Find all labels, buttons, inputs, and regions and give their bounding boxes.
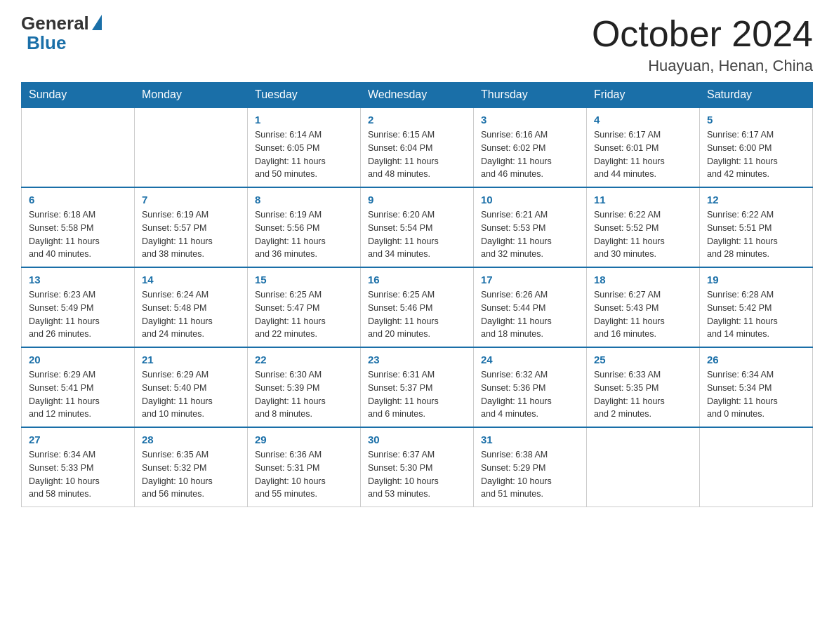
- calendar-cell: 8Sunrise: 6:19 AMSunset: 5:56 PMDaylight…: [248, 187, 361, 267]
- calendar-cell: 13Sunrise: 6:23 AMSunset: 5:49 PMDayligh…: [22, 267, 135, 347]
- calendar-cell: 17Sunrise: 6:26 AMSunset: 5:44 PMDayligh…: [474, 267, 587, 347]
- day-number: 26: [707, 354, 805, 365]
- calendar-cell: 15Sunrise: 6:25 AMSunset: 5:47 PMDayligh…: [248, 267, 361, 347]
- calendar-cell: 11Sunrise: 6:22 AMSunset: 5:52 PMDayligh…: [587, 187, 700, 267]
- weekday-header-row: SundayMondayTuesdayWednesdayThursdayFrid…: [22, 83, 813, 108]
- day-info: Sunrise: 6:19 AMSunset: 5:57 PMDaylight:…: [142, 208, 240, 261]
- day-info: Sunrise: 6:22 AMSunset: 5:52 PMDaylight:…: [594, 208, 692, 261]
- day-info: Sunrise: 6:17 AMSunset: 6:01 PMDaylight:…: [594, 128, 692, 181]
- day-number: 27: [29, 434, 127, 445]
- day-info: Sunrise: 6:18 AMSunset: 5:58 PMDaylight:…: [29, 208, 127, 261]
- week-row-5: 27Sunrise: 6:34 AMSunset: 5:33 PMDayligh…: [22, 427, 813, 507]
- calendar-cell: 25Sunrise: 6:33 AMSunset: 5:35 PMDayligh…: [587, 347, 700, 427]
- title-section: October 2024 Huayuan, Henan, China: [592, 14, 813, 75]
- day-number: 17: [481, 274, 579, 286]
- calendar-cell: 29Sunrise: 6:36 AMSunset: 5:31 PMDayligh…: [248, 427, 361, 507]
- logo-triangle-icon: [92, 15, 102, 30]
- day-number: 1: [255, 114, 353, 126]
- calendar-cell: 14Sunrise: 6:24 AMSunset: 5:48 PMDayligh…: [135, 267, 248, 347]
- day-number: 25: [594, 354, 692, 365]
- day-info: Sunrise: 6:34 AMSunset: 5:33 PMDaylight:…: [29, 448, 127, 501]
- day-info: Sunrise: 6:32 AMSunset: 5:36 PMDaylight:…: [481, 368, 579, 421]
- week-row-1: 1Sunrise: 6:14 AMSunset: 6:05 PMDaylight…: [22, 107, 813, 187]
- day-info: Sunrise: 6:27 AMSunset: 5:43 PMDaylight:…: [594, 288, 692, 341]
- day-number: 30: [368, 434, 466, 445]
- calendar-cell: 7Sunrise: 6:19 AMSunset: 5:57 PMDaylight…: [135, 187, 248, 267]
- calendar-cell: 9Sunrise: 6:20 AMSunset: 5:54 PMDaylight…: [361, 187, 474, 267]
- week-row-2: 6Sunrise: 6:18 AMSunset: 5:58 PMDaylight…: [22, 187, 813, 267]
- day-number: 3: [481, 114, 579, 126]
- day-info: Sunrise: 6:34 AMSunset: 5:34 PMDaylight:…: [707, 368, 805, 421]
- day-info: Sunrise: 6:36 AMSunset: 5:31 PMDaylight:…: [255, 448, 353, 501]
- day-number: 16: [368, 274, 466, 286]
- day-info: Sunrise: 6:19 AMSunset: 5:56 PMDaylight:…: [255, 208, 353, 261]
- week-row-3: 13Sunrise: 6:23 AMSunset: 5:49 PMDayligh…: [22, 267, 813, 347]
- day-number: 2: [368, 114, 466, 126]
- day-info: Sunrise: 6:26 AMSunset: 5:44 PMDaylight:…: [481, 288, 579, 341]
- calendar-cell: 24Sunrise: 6:32 AMSunset: 5:36 PMDayligh…: [474, 347, 587, 427]
- day-number: 12: [707, 194, 805, 206]
- day-number: 20: [29, 354, 127, 365]
- weekday-header-thursday: Thursday: [474, 83, 587, 108]
- day-info: Sunrise: 6:28 AMSunset: 5:42 PMDaylight:…: [707, 288, 805, 341]
- day-info: Sunrise: 6:23 AMSunset: 5:49 PMDaylight:…: [29, 288, 127, 341]
- calendar-table: SundayMondayTuesdayWednesdayThursdayFrid…: [21, 82, 813, 507]
- calendar-cell: 31Sunrise: 6:38 AMSunset: 5:29 PMDayligh…: [474, 427, 587, 507]
- weekday-header-saturday: Saturday: [700, 83, 813, 108]
- day-number: 11: [594, 194, 692, 206]
- calendar-cell: [135, 107, 248, 187]
- day-info: Sunrise: 6:22 AMSunset: 5:51 PMDaylight:…: [707, 208, 805, 261]
- day-number: 14: [142, 274, 240, 286]
- day-info: Sunrise: 6:21 AMSunset: 5:53 PMDaylight:…: [481, 208, 579, 261]
- day-number: 18: [594, 274, 692, 286]
- day-number: 21: [142, 354, 240, 365]
- calendar-cell: 5Sunrise: 6:17 AMSunset: 6:00 PMDaylight…: [700, 107, 813, 187]
- page-header: General Blue October 2024 Huayuan, Henan…: [21, 14, 813, 75]
- calendar-cell: 20Sunrise: 6:29 AMSunset: 5:41 PMDayligh…: [22, 347, 135, 427]
- day-info: Sunrise: 6:25 AMSunset: 5:47 PMDaylight:…: [255, 288, 353, 341]
- day-number: 24: [481, 354, 579, 365]
- logo: General Blue: [21, 14, 102, 54]
- day-number: 15: [255, 274, 353, 286]
- day-number: 7: [142, 194, 240, 206]
- calendar-cell: 1Sunrise: 6:14 AMSunset: 6:05 PMDaylight…: [248, 107, 361, 187]
- day-info: Sunrise: 6:24 AMSunset: 5:48 PMDaylight:…: [142, 288, 240, 341]
- calendar-cell: 21Sunrise: 6:29 AMSunset: 5:40 PMDayligh…: [135, 347, 248, 427]
- day-info: Sunrise: 6:14 AMSunset: 6:05 PMDaylight:…: [255, 128, 353, 181]
- month-title: October 2024: [592, 14, 813, 54]
- day-number: 22: [255, 354, 353, 365]
- logo-general-text: General: [21, 14, 89, 32]
- day-number: 29: [255, 434, 353, 445]
- day-info: Sunrise: 6:25 AMSunset: 5:46 PMDaylight:…: [368, 288, 466, 341]
- day-info: Sunrise: 6:29 AMSunset: 5:41 PMDaylight:…: [29, 368, 127, 421]
- day-number: 5: [707, 114, 805, 126]
- day-info: Sunrise: 6:29 AMSunset: 5:40 PMDaylight:…: [142, 368, 240, 421]
- calendar-cell: [700, 427, 813, 507]
- calendar-cell: 4Sunrise: 6:17 AMSunset: 6:01 PMDaylight…: [587, 107, 700, 187]
- calendar-cell: 28Sunrise: 6:35 AMSunset: 5:32 PMDayligh…: [135, 427, 248, 507]
- day-info: Sunrise: 6:15 AMSunset: 6:04 PMDaylight:…: [368, 128, 466, 181]
- day-number: 6: [29, 194, 127, 206]
- week-row-4: 20Sunrise: 6:29 AMSunset: 5:41 PMDayligh…: [22, 347, 813, 427]
- calendar-cell: 19Sunrise: 6:28 AMSunset: 5:42 PMDayligh…: [700, 267, 813, 347]
- logo-blue-text: Blue: [24, 32, 66, 54]
- day-number: 4: [594, 114, 692, 126]
- day-number: 8: [255, 194, 353, 206]
- calendar-cell: 6Sunrise: 6:18 AMSunset: 5:58 PMDaylight…: [22, 187, 135, 267]
- day-info: Sunrise: 6:20 AMSunset: 5:54 PMDaylight:…: [368, 208, 466, 261]
- weekday-header-sunday: Sunday: [22, 83, 135, 108]
- day-info: Sunrise: 6:30 AMSunset: 5:39 PMDaylight:…: [255, 368, 353, 421]
- calendar-cell: [587, 427, 700, 507]
- day-info: Sunrise: 6:38 AMSunset: 5:29 PMDaylight:…: [481, 448, 579, 501]
- day-number: 19: [707, 274, 805, 286]
- calendar-cell: 26Sunrise: 6:34 AMSunset: 5:34 PMDayligh…: [700, 347, 813, 427]
- day-info: Sunrise: 6:31 AMSunset: 5:37 PMDaylight:…: [368, 368, 466, 421]
- calendar-cell: 23Sunrise: 6:31 AMSunset: 5:37 PMDayligh…: [361, 347, 474, 427]
- calendar-cell: 10Sunrise: 6:21 AMSunset: 5:53 PMDayligh…: [474, 187, 587, 267]
- calendar-cell: 22Sunrise: 6:30 AMSunset: 5:39 PMDayligh…: [248, 347, 361, 427]
- day-number: 28: [142, 434, 240, 445]
- calendar-cell: [22, 107, 135, 187]
- weekday-header-friday: Friday: [587, 83, 700, 108]
- weekday-header-wednesday: Wednesday: [361, 83, 474, 108]
- calendar-cell: 18Sunrise: 6:27 AMSunset: 5:43 PMDayligh…: [587, 267, 700, 347]
